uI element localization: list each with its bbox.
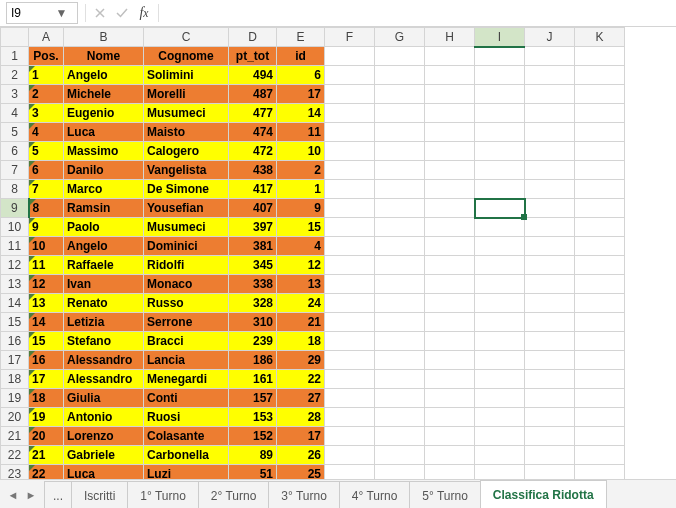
cell[interactable]: Gabriele [64, 446, 144, 465]
cell[interactable]: 28 [277, 408, 325, 427]
cell[interactable] [325, 47, 375, 66]
cell[interactable]: 12 [277, 256, 325, 275]
cell[interactable] [475, 66, 525, 85]
name-box[interactable]: I9 ▼ [6, 2, 78, 24]
cell[interactable] [425, 218, 475, 237]
cell[interactable] [425, 142, 475, 161]
cell[interactable] [525, 313, 575, 332]
cell[interactable]: 338 [229, 275, 277, 294]
cell[interactable] [425, 389, 475, 408]
cell[interactable] [375, 332, 425, 351]
row-header[interactable]: 14 [1, 294, 29, 313]
cell[interactable]: 1 [277, 180, 325, 199]
cell[interactable] [525, 465, 575, 480]
sheet-tab[interactable]: 3° Turno [268, 481, 340, 508]
cell[interactable]: 14 [277, 104, 325, 123]
cell[interactable]: 26 [277, 446, 325, 465]
cell[interactable] [425, 294, 475, 313]
cell[interactable]: Renato [64, 294, 144, 313]
row-header[interactable]: 8 [1, 180, 29, 199]
formula-input[interactable] [162, 3, 676, 23]
cell[interactable] [325, 370, 375, 389]
cell[interactable]: 152 [229, 427, 277, 446]
row-header[interactable]: 15 [1, 313, 29, 332]
cell[interactable] [525, 351, 575, 370]
cell[interactable]: id [277, 47, 325, 66]
cell[interactable]: Serrone [144, 313, 229, 332]
cell[interactable] [525, 85, 575, 104]
cell[interactable]: 407 [229, 199, 277, 218]
cell[interactable] [525, 142, 575, 161]
cell[interactable]: Ramsin [64, 199, 144, 218]
cell[interactable]: 494 [229, 66, 277, 85]
cell[interactable] [425, 256, 475, 275]
row-header[interactable]: 12 [1, 256, 29, 275]
cell[interactable]: 438 [229, 161, 277, 180]
cell[interactable] [425, 275, 475, 294]
cell[interactable]: Raffaele [64, 256, 144, 275]
cell[interactable]: Luca [64, 465, 144, 480]
cell[interactable]: 19 [29, 408, 64, 427]
cell[interactable] [375, 47, 425, 66]
cell[interactable]: Michele [64, 85, 144, 104]
cell[interactable]: Antonio [64, 408, 144, 427]
cell[interactable]: 1 [29, 66, 64, 85]
cell[interactable] [575, 351, 625, 370]
chevron-down-icon[interactable]: ▼ [42, 6, 77, 20]
cell[interactable]: 22 [277, 370, 325, 389]
cell[interactable] [375, 199, 425, 218]
cell[interactable]: Paolo [64, 218, 144, 237]
cell[interactable]: 11 [277, 123, 325, 142]
cell[interactable] [525, 161, 575, 180]
cell[interactable] [575, 123, 625, 142]
sheet-tab[interactable]: Classifica Ridotta [480, 480, 607, 508]
cell[interactable] [325, 199, 375, 218]
cell[interactable] [425, 427, 475, 446]
select-all-corner[interactable] [1, 28, 29, 47]
row-header[interactable]: 5 [1, 123, 29, 142]
cell[interactable] [475, 161, 525, 180]
cell[interactable] [575, 237, 625, 256]
cell[interactable]: Cognome [144, 47, 229, 66]
cell[interactable] [375, 275, 425, 294]
column-header[interactable]: I [475, 28, 525, 47]
cell[interactable] [325, 427, 375, 446]
cell[interactable] [425, 465, 475, 480]
cell[interactable] [475, 370, 525, 389]
cell[interactable] [575, 427, 625, 446]
cell[interactable] [425, 161, 475, 180]
cell[interactable]: 21 [29, 446, 64, 465]
cell[interactable]: 51 [229, 465, 277, 480]
cell[interactable]: Letizia [64, 313, 144, 332]
cell[interactable] [325, 313, 375, 332]
cell[interactable] [575, 180, 625, 199]
cell[interactable] [425, 408, 475, 427]
cell[interactable] [475, 294, 525, 313]
cell[interactable]: 15 [277, 218, 325, 237]
cell[interactable]: Monaco [144, 275, 229, 294]
cell[interactable] [375, 66, 425, 85]
cell[interactable] [525, 237, 575, 256]
cell[interactable]: 310 [229, 313, 277, 332]
cell[interactable] [325, 237, 375, 256]
cell[interactable] [375, 104, 425, 123]
cell[interactable]: Massimo [64, 142, 144, 161]
cell[interactable]: Dominici [144, 237, 229, 256]
cell[interactable] [525, 123, 575, 142]
cell[interactable] [475, 47, 525, 66]
row-header[interactable]: 6 [1, 142, 29, 161]
sheet-tab[interactable]: 4° Turno [339, 481, 411, 508]
cell[interactable]: 474 [229, 123, 277, 142]
cell[interactable]: 17 [29, 370, 64, 389]
row-header[interactable]: 18 [1, 370, 29, 389]
cell[interactable]: Alessandro [64, 351, 144, 370]
sheet-tab[interactable]: 5° Turno [409, 481, 481, 508]
cell[interactable] [475, 237, 525, 256]
cell[interactable]: Solimini [144, 66, 229, 85]
cell[interactable] [575, 389, 625, 408]
cell[interactable]: Lancia [144, 351, 229, 370]
cell[interactable] [525, 427, 575, 446]
cell[interactable]: Luzi [144, 465, 229, 480]
cell[interactable] [575, 85, 625, 104]
cell[interactable]: Calogero [144, 142, 229, 161]
